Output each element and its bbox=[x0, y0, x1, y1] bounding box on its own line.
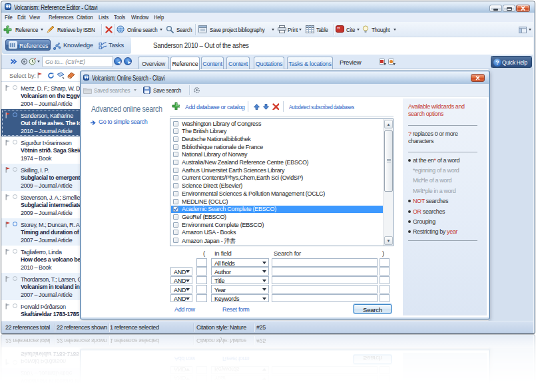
svg-text:”: ” bbox=[337, 26, 340, 33]
